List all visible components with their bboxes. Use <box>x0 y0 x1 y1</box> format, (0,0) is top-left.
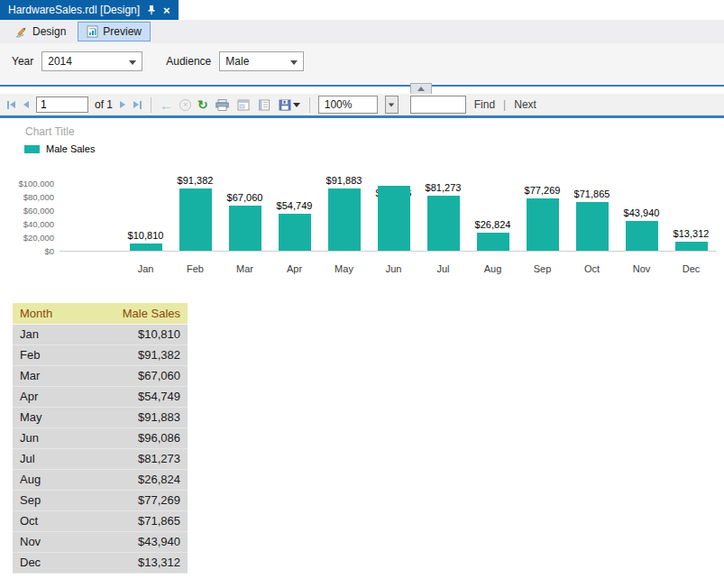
sales-cell: $91,382 <box>100 345 188 365</box>
pin-icon-glyph <box>147 5 156 15</box>
triangle-right-icon <box>133 101 139 108</box>
x-axis-label: Dec <box>683 263 701 274</box>
chevron-down-icon <box>290 60 298 65</box>
x-axis-label: Oct <box>584 263 600 274</box>
page-setup-button[interactable] <box>257 98 271 112</box>
page-number-input[interactable] <box>36 96 88 113</box>
document-tab-bar: HardwareSales.rdl [Design] × <box>0 0 724 20</box>
chart-column-sep: $77,269Sep <box>518 183 567 251</box>
next-page-button[interactable] <box>119 100 126 109</box>
previous-page-button[interactable] <box>23 100 30 109</box>
table-row: Mar$67,060 <box>13 365 188 386</box>
table-row: Feb$91,382 <box>13 345 188 365</box>
design-icon <box>15 25 28 38</box>
zoom-select[interactable]: 100% <box>318 96 378 114</box>
preview-icon <box>87 25 98 38</box>
table-row: Jan$10,810 <box>13 324 188 345</box>
chart-plot: $10,810Jan$91,382Feb$67,060Mar$54,749Apr… <box>121 183 716 251</box>
chart-column-mar: $67,060Mar <box>220 183 270 251</box>
bar-feb <box>179 188 212 251</box>
bar-sep <box>527 198 559 251</box>
chart-column-jul: $81,273Jul <box>418 183 468 251</box>
toolbar-separator <box>309 97 310 113</box>
month-cell: Dec <box>13 552 100 573</box>
last-page-button[interactable] <box>133 100 142 110</box>
zoom-dropdown-button[interactable] <box>385 96 399 114</box>
print-button[interactable] <box>215 98 230 112</box>
x-axis-label: Mar <box>236 263 253 274</box>
bar-apr <box>279 214 311 251</box>
table-row: Apr$54,749 <box>13 386 188 407</box>
back-to-parent-button[interactable]: ← <box>160 98 173 112</box>
refresh-button[interactable]: ↻ <box>197 98 208 111</box>
page-setup-icon <box>258 99 270 111</box>
triangle-left-icon <box>23 101 29 108</box>
chevron-down-icon <box>293 103 300 107</box>
sales-cell: $10,810 <box>100 324 188 345</box>
first-page-button[interactable] <box>6 100 16 110</box>
chart-column-feb: $91,382Feb <box>170 183 220 251</box>
pin-icon[interactable] <box>147 5 156 15</box>
preview-tab-label: Preview <box>103 25 142 38</box>
chart-column-aug: $26,824Aug <box>468 183 518 251</box>
export-button[interactable] <box>278 98 301 112</box>
next-link[interactable]: Next <box>514 98 536 111</box>
table-row: Jun$96,086 <box>13 427 188 448</box>
table-row: Dec$13,312 <box>13 552 188 573</box>
bar-value-label: $13,312 <box>674 228 710 239</box>
report-table-body: Jan$10,810Feb$91,382Mar$67,060Apr$54,749… <box>13 324 188 573</box>
month-cell: Aug <box>13 469 100 490</box>
x-axis-label: Jan <box>138 263 154 274</box>
find-link[interactable]: Find <box>474 98 495 111</box>
find-text-input[interactable] <box>410 96 466 114</box>
toolbar-separator <box>151 97 151 113</box>
audience-parameter-value: Male <box>225 55 249 68</box>
chart-column-oct: $71,865Oct <box>567 183 617 251</box>
chevron-up-icon <box>417 87 425 91</box>
chart-column-apr: $54,749Apr <box>270 183 319 251</box>
chart-column-jan: $10,810Jan <box>121 183 170 251</box>
table-row: Sep$77,269 <box>13 490 188 510</box>
report-table-header: Month Male Sales <box>13 303 188 324</box>
last-page-bar <box>140 101 142 109</box>
bar-value-label: $91,883 <box>326 175 362 186</box>
stop-rendering-button[interactable]: × <box>179 99 191 111</box>
sales-cell: $26,824 <box>100 469 188 490</box>
triangle-left-icon <box>10 101 15 108</box>
design-tab-label: Design <box>32 25 66 38</box>
report-table: Month Male Sales Jan$10,810Feb$91,382Mar… <box>13 303 188 574</box>
x-axis-label: Jul <box>436 263 449 274</box>
month-cell: Jul <box>13 448 100 469</box>
document-tab-title: HardwareSales.rdl [Design] <box>8 4 140 16</box>
y-axis-tick-label: $60,000 <box>0 206 54 216</box>
month-column-header: Month <box>13 303 100 324</box>
sales-cell: $13,312 <box>100 552 188 573</box>
print-layout-button[interactable] <box>236 98 251 112</box>
close-icon[interactable]: × <box>163 5 170 16</box>
sales-cell: $71,865 <box>100 510 188 531</box>
find-next-separator: | <box>503 98 506 111</box>
month-cell: Apr <box>13 386 100 407</box>
chart-title: Chart Title <box>25 125 75 138</box>
chart-y-axis: $100,000$80,000$60,000$40,000$20,000$0 <box>0 183 54 252</box>
printer-icon <box>215 99 229 111</box>
chart-column-nov: $43,940Nov <box>617 183 666 251</box>
document-tab[interactable]: HardwareSales.rdl [Design] × <box>0 0 179 20</box>
tab-preview[interactable]: Preview <box>78 22 151 41</box>
bar-dec <box>675 242 708 251</box>
sales-cell: $54,749 <box>100 386 188 407</box>
bar-jan <box>130 243 162 251</box>
report-viewer-toolbar: of 1 ← × ↻ <box>0 94 724 118</box>
chart-column-jun: $96,086Jun <box>369 183 418 251</box>
year-parameter-label: Year <box>12 55 33 68</box>
legend-swatch <box>24 145 40 153</box>
bar-value-label: $54,749 <box>277 200 313 211</box>
sales-column-header: Male Sales <box>100 303 188 324</box>
tab-design[interactable]: Design <box>6 22 75 41</box>
month-cell: Mar <box>13 365 100 386</box>
table-header-row: Month Male Sales <box>13 303 188 324</box>
table-row: Oct$71,865 <box>13 510 188 531</box>
x-axis-label: Feb <box>187 263 204 274</box>
year-parameter-dropdown[interactable]: 2014 <box>41 51 142 71</box>
audience-parameter-dropdown[interactable]: Male <box>219 51 304 71</box>
